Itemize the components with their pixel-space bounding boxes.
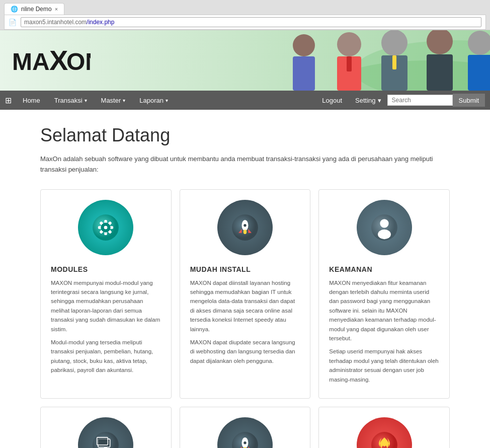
card-icon-keamanan xyxy=(329,200,439,255)
browser-tab-active[interactable]: 🌐 nline Demo × xyxy=(4,3,64,15)
submit-button[interactable]: Submit xyxy=(453,94,485,107)
setting-arrow: ▾ xyxy=(378,97,381,104)
svg-point-39 xyxy=(378,229,391,239)
card-icon-online-help xyxy=(329,417,439,448)
card-modules: MODULES MAXON mempunyai modul-modul yang… xyxy=(40,189,172,399)
monitor-icon xyxy=(92,431,119,448)
card-text2-mudah-install: MAXON dapat diupdate secara langsung di … xyxy=(190,338,300,365)
nav-logout[interactable]: Logout xyxy=(315,93,349,108)
welcome-desc: MaxOn adalah sebuah software yang dibuat… xyxy=(40,154,450,175)
user-icon xyxy=(371,214,398,241)
card-text2-keamanan: Setiap userid mempunyai hak akses terhad… xyxy=(329,347,439,384)
card-icon-mudah-install xyxy=(190,200,300,255)
gear-icon xyxy=(92,214,119,241)
svg-rect-15 xyxy=(347,56,352,71)
browser-address-bar[interactable]: 📄 maxon5.intanhotel.com/index.php xyxy=(4,15,486,30)
card-icon-laporan xyxy=(51,417,161,448)
svg-point-52 xyxy=(243,441,246,444)
rocket-icon xyxy=(231,214,259,241)
svg-point-5 xyxy=(293,34,315,56)
nav-home[interactable]: Home xyxy=(16,93,47,108)
svg-rect-12 xyxy=(427,54,453,91)
nav-master[interactable]: Master ▾ xyxy=(94,93,133,108)
site-header: MA X ON xyxy=(0,30,490,91)
master-arrow: ▾ xyxy=(123,98,125,103)
icon-circle-online-help xyxy=(357,417,412,448)
laporan-arrow: ▾ xyxy=(166,98,168,103)
card-laporan: LAPORAN MAXON menyediakan lebih dari 100… xyxy=(40,407,172,448)
card-text1-modules: MAXON mempunyai modul-modul yang terinte… xyxy=(51,278,161,334)
search-input[interactable] xyxy=(387,95,453,106)
card-text1-mudah-install: MAXON dapat diinstall layanan hosting se… xyxy=(190,278,300,334)
nav-setting[interactable]: Setting ▾ xyxy=(349,93,387,108)
icon-circle-keamanan xyxy=(357,200,412,255)
svg-point-36 xyxy=(243,230,247,234)
address-path: /index.php xyxy=(87,19,114,26)
tab-close-button[interactable]: × xyxy=(55,6,58,12)
icon-circle-laporan xyxy=(78,417,133,448)
card-keamanan: KEAMANAN MAXON menyediakan fitur keamana… xyxy=(318,189,450,399)
svg-rect-16 xyxy=(392,55,396,69)
page-icon: 📄 xyxy=(9,19,17,26)
tab-favicon: 🌐 xyxy=(11,6,18,13)
card-icon-running xyxy=(190,417,300,448)
people-svg xyxy=(279,30,490,91)
rocket-icon xyxy=(231,431,259,448)
feature-cards-grid: MODULES MAXON mempunyai modul-modul yang… xyxy=(40,189,450,448)
grid-icon: ⊞ xyxy=(5,96,12,105)
logo-svg: MA X ON xyxy=(10,45,91,75)
site-logo: MA X ON xyxy=(10,45,91,77)
svg-point-38 xyxy=(380,219,388,228)
card-title-keamanan: KEAMANAN xyxy=(329,265,439,273)
svg-text:X: X xyxy=(49,45,68,75)
browser-chrome: 🌐 nline Demo × 📄 maxon5.intanhotel.com/i… xyxy=(0,0,490,30)
card-icon-modules xyxy=(51,200,161,255)
card-text1-keamanan: MAXON menyediakan fitur keamanan dengan … xyxy=(329,278,439,343)
svg-text:MA: MA xyxy=(12,48,50,75)
address-scheme: maxon5.intanhotel.com xyxy=(24,19,87,26)
svg-text:ON: ON xyxy=(66,48,91,75)
card-title-modules: MODULES xyxy=(51,265,161,273)
welcome-title: Selamat Datang xyxy=(40,125,450,146)
page: MA X ON xyxy=(0,30,490,448)
nav-transaksi[interactable]: Transaksi ▾ xyxy=(47,93,94,108)
transaksi-arrow: ▾ xyxy=(85,98,87,103)
header-people xyxy=(279,30,490,91)
svg-point-7 xyxy=(337,32,361,56)
address-input[interactable]: maxon5.intanhotel.com/index.php xyxy=(21,17,481,27)
svg-rect-46 xyxy=(98,438,107,444)
svg-rect-6 xyxy=(293,56,315,91)
tab-title: nline Demo xyxy=(21,6,52,13)
icon-circle-modules xyxy=(78,200,133,255)
main-content: Selamat Datang MaxOn adalah sebuah softw… xyxy=(0,110,490,448)
nav-laporan[interactable]: Laporan ▾ xyxy=(132,93,175,108)
svg-rect-14 xyxy=(468,55,490,91)
svg-point-29 xyxy=(104,226,107,229)
navbar: ⊞ Home Transaksi ▾ Master ▾ Laporan ▾ Lo… xyxy=(0,91,490,110)
svg-point-35 xyxy=(243,224,246,227)
svg-point-9 xyxy=(381,30,407,56)
icon-circle-mudah-install xyxy=(217,200,273,255)
icon-circle-running xyxy=(217,417,273,448)
browser-tabs: 🌐 nline Demo × xyxy=(4,3,486,15)
card-online-help: ONLINE HELP MAXON dibuat oleh kelompok p… xyxy=(318,407,450,448)
card-mudah-install: MUDAH INSTALL MAXON dapat diinstall laya… xyxy=(180,189,311,399)
card-running: RUNNING MAXON dapat dijalankan hanya lew… xyxy=(180,407,311,448)
card-text2-modules: Modul-modul yang tersedia meliputi trans… xyxy=(51,338,161,375)
card-title-mudah-install: MUDAH INSTALL xyxy=(190,265,300,273)
flame-icon xyxy=(371,431,398,448)
